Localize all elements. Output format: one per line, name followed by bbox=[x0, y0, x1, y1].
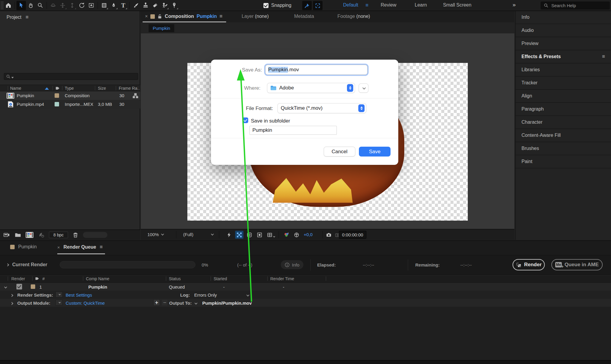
tab-metadata[interactable]: Metadata bbox=[294, 14, 314, 19]
new-folder-icon[interactable] bbox=[14, 232, 21, 238]
tab-composition-pumpkin[interactable]: × Composition Pumpkin ≡ bbox=[145, 13, 223, 19]
comp-mini-flowchart-chip[interactable]: Pumpkin bbox=[149, 24, 174, 32]
panel-tab-effects-presets[interactable]: Effects & Presets≡ bbox=[516, 50, 611, 63]
panel-menu-icon[interactable]: ≡ bbox=[100, 244, 103, 250]
column-render[interactable]: Render bbox=[11, 276, 25, 281]
panel-tab-libraries[interactable]: Libraries bbox=[516, 63, 611, 77]
workspace-tab-review[interactable]: Review bbox=[381, 2, 396, 8]
render-button[interactable]: Render bbox=[513, 259, 545, 270]
workspace-tab-default[interactable]: Default bbox=[343, 2, 358, 8]
label-column-tag-icon[interactable] bbox=[35, 276, 40, 281]
label-color-swatch[interactable] bbox=[55, 93, 59, 98]
snapping-control[interactable]: Snapping bbox=[263, 3, 291, 8]
output-module-dropdown[interactable] bbox=[55, 300, 63, 306]
dolly-camera-tool[interactable] bbox=[67, 1, 77, 10]
remove-output-module-button[interactable]: − bbox=[161, 299, 168, 306]
chevron-down-icon[interactable] bbox=[4, 285, 7, 288]
file-format-dropdown[interactable]: QuickTime (*.mov) bbox=[277, 103, 366, 113]
snapping-checkbox[interactable] bbox=[263, 3, 269, 8]
selection-tool[interactable] bbox=[16, 1, 26, 10]
eraser-tool[interactable] bbox=[150, 1, 160, 10]
label-color-swatch[interactable] bbox=[55, 102, 59, 106]
exposure-toggle[interactable] bbox=[292, 231, 301, 239]
interpret-footage-icon[interactable] bbox=[3, 232, 10, 238]
fast-previews-button[interactable] bbox=[225, 231, 233, 239]
output-module-link[interactable]: Custom: QuickTime bbox=[66, 300, 105, 305]
mask-visibility-toggle[interactable] bbox=[245, 231, 254, 239]
output-to-link[interactable]: Pumpkin/Pumpkin.mov bbox=[202, 300, 252, 305]
workspace-tab-small-screen[interactable]: Small Screen bbox=[443, 2, 471, 8]
type-tool[interactable]: T bbox=[118, 1, 128, 10]
comp-network-icon[interactable] bbox=[132, 93, 138, 99]
panel-tab-content-aware-fill[interactable]: Content-Aware Fill bbox=[516, 129, 611, 142]
workspace-overflow-chevron[interactable]: » bbox=[513, 1, 516, 8]
pen-tool[interactable] bbox=[109, 1, 118, 10]
log-dropdown[interactable]: Errors Only bbox=[194, 292, 217, 297]
camera-tool[interactable] bbox=[87, 1, 96, 10]
snap-region-button[interactable] bbox=[313, 1, 323, 10]
tab-render-queue[interactable]: × Render Queue ≡ bbox=[57, 244, 103, 250]
region-of-interest-button[interactable] bbox=[255, 231, 264, 239]
render-settings-link[interactable]: Best Settings bbox=[66, 292, 92, 297]
panel-menu-icon[interactable]: ≡ bbox=[220, 13, 223, 19]
expand-dialog-button[interactable] bbox=[359, 83, 368, 93]
chevron-right-icon[interactable] bbox=[10, 302, 13, 305]
home-button[interactable] bbox=[4, 1, 13, 10]
panel-tab-info[interactable]: Info bbox=[516, 11, 611, 24]
tab-footage[interactable]: Footage (none) bbox=[337, 14, 370, 19]
brush-tool[interactable] bbox=[131, 1, 141, 10]
filename-input[interactable]: Pumpkin.mov bbox=[265, 65, 368, 75]
project-search-input[interactable] bbox=[4, 73, 138, 80]
close-icon[interactable]: × bbox=[145, 14, 148, 19]
project-panel-menu-icon[interactable]: ≡ bbox=[26, 14, 29, 20]
chevron-down-icon[interactable] bbox=[195, 301, 198, 304]
panel-tab-preview[interactable]: Preview bbox=[516, 37, 611, 50]
unlock-icon[interactable] bbox=[158, 14, 162, 19]
column-started[interactable]: Started bbox=[214, 276, 227, 281]
take-snapshot-button[interactable] bbox=[325, 231, 333, 239]
add-output-module-button[interactable]: + bbox=[153, 299, 160, 306]
panel-tab-tracker[interactable]: Tracker bbox=[516, 77, 611, 90]
chevron-down-icon[interactable] bbox=[246, 293, 249, 296]
timecode-display[interactable]: 0:00:00:00 bbox=[339, 231, 366, 239]
panel-tab-audio[interactable]: Audio bbox=[516, 24, 611, 37]
chevron-right-icon[interactable] bbox=[10, 294, 13, 297]
column-frame-rate[interactable]: Frame Ra.. bbox=[119, 86, 140, 91]
column-comp-name[interactable]: Comp Name bbox=[86, 276, 109, 281]
render-info-button[interactable]: Info bbox=[281, 260, 303, 269]
close-icon[interactable]: × bbox=[57, 245, 60, 250]
snap-to-point-button[interactable] bbox=[302, 1, 312, 10]
rectangle-tool[interactable] bbox=[99, 1, 109, 10]
column-status[interactable]: Status bbox=[169, 276, 181, 281]
subfolder-name-input[interactable]: Pumpkin bbox=[249, 126, 337, 135]
column-type[interactable]: Type bbox=[65, 86, 74, 91]
orbit-camera-tool[interactable] bbox=[48, 1, 58, 10]
column-render-time[interactable]: Render Time bbox=[270, 276, 294, 281]
zoom-tool[interactable] bbox=[36, 1, 45, 10]
label-column-tag-icon[interactable] bbox=[55, 86, 60, 91]
rotation-tool[interactable] bbox=[77, 1, 87, 10]
puppet-pin-tool[interactable] bbox=[169, 1, 179, 10]
grid-guides-dropdown[interactable] bbox=[266, 231, 274, 239]
panel-tab-align[interactable]: Align bbox=[516, 90, 611, 103]
cancel-button[interactable]: Cancel bbox=[324, 147, 355, 157]
workspace-menu-icon[interactable]: ≡ bbox=[365, 2, 368, 8]
bit-depth-button[interactable]: 8 bpc bbox=[49, 232, 68, 238]
pan-camera-tool[interactable] bbox=[58, 1, 67, 10]
zoom-level-dropdown[interactable]: 100% bbox=[147, 232, 163, 237]
panel-tab-paragraph[interactable]: Paragraph bbox=[516, 103, 611, 116]
where-dropdown[interactable]: Adobe bbox=[267, 83, 355, 93]
toolbar-grip[interactable] bbox=[1, 1, 4, 9]
column-name[interactable]: Name bbox=[10, 86, 21, 91]
channel-dropdown[interactable] bbox=[282, 231, 291, 239]
tab-pumpkin-timeline[interactable]: Pumpkin bbox=[10, 244, 37, 250]
queue-in-ame-button[interactable]: Me+ Queue in AME bbox=[551, 259, 603, 270]
transparency-grid-toggle[interactable] bbox=[235, 231, 243, 239]
project-row-pumpkin-comp[interactable]: Pumpkin Composition 30 bbox=[0, 92, 140, 100]
hand-tool[interactable] bbox=[26, 1, 36, 10]
current-render-disclosure[interactable]: Current Render bbox=[7, 262, 47, 267]
panel-tab-character[interactable]: Character bbox=[516, 116, 611, 129]
column-number[interactable]: # bbox=[42, 276, 45, 281]
render-queue-item-row[interactable]: 1 Pumpkin Queued - - bbox=[0, 283, 611, 291]
panel-tab-paint[interactable]: Paint bbox=[516, 155, 611, 168]
